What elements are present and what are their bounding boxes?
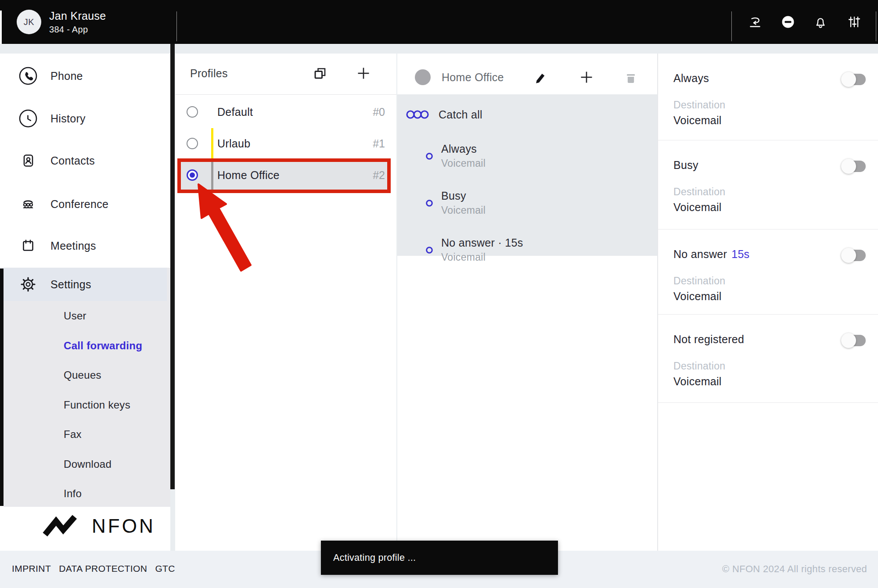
catch-all-row[interactable]: Catch all xyxy=(406,108,482,122)
divider xyxy=(175,94,396,95)
profile-radio[interactable] xyxy=(187,106,198,118)
notifications-button[interactable] xyxy=(812,13,829,31)
rule-title: Always xyxy=(441,142,477,155)
phone-icon xyxy=(18,66,38,86)
sidebar-subitem-call-forwarding[interactable]: Call forwarding xyxy=(64,339,142,352)
do-not-disturb-icon xyxy=(779,13,797,31)
settings-section xyxy=(4,268,170,507)
profile-radio-selected[interactable] xyxy=(187,169,198,181)
add-icon xyxy=(356,65,371,81)
user-name: Jan Krause xyxy=(49,10,106,22)
section-timeout[interactable]: 15s xyxy=(731,248,749,260)
do-not-disturb-button[interactable] xyxy=(779,13,797,31)
sidebar-item-label: Conference xyxy=(50,198,108,211)
not-registered-toggle[interactable] xyxy=(841,333,866,348)
profile-name: Home Office xyxy=(217,169,280,182)
profile-row-default[interactable]: Default #0 xyxy=(175,96,396,128)
profile-number: #1 xyxy=(373,137,385,150)
delete-profile-button[interactable] xyxy=(623,70,638,85)
notifications-icon xyxy=(812,13,829,31)
app-bar: JK Jan Krause 384 - App xyxy=(0,0,878,44)
sidebar-item-history[interactable]: History xyxy=(0,109,170,128)
edit-icon xyxy=(532,69,548,85)
profile-color-bar-gray xyxy=(211,161,213,190)
sidebar-scrollbar[interactable] xyxy=(170,44,175,489)
section-title: Busy xyxy=(673,159,703,172)
rule-title: No answer · 15s xyxy=(441,236,523,249)
topbar-divider xyxy=(731,11,732,41)
profile-row-home-office[interactable]: Home Office #2 xyxy=(175,159,396,191)
profile-status-circle xyxy=(415,69,431,85)
toast: Activating profile ... xyxy=(321,541,558,575)
always-toggle[interactable] xyxy=(841,72,866,87)
sidebar-subitem-queues[interactable]: Queues xyxy=(64,369,101,382)
busy-toggle[interactable] xyxy=(841,159,866,174)
section-title: Always xyxy=(673,72,713,85)
filter-settings-button[interactable] xyxy=(846,13,863,31)
sidebar-subitem-function-keys[interactable]: Function keys xyxy=(64,398,130,412)
rule-dot-icon xyxy=(425,152,433,160)
sidebar-subitem-fax[interactable]: Fax xyxy=(64,428,82,441)
destination-value[interactable]: Voicemail xyxy=(673,290,722,303)
destination-label: Destination xyxy=(673,186,725,198)
destination-value[interactable]: Voicemail xyxy=(673,375,722,388)
toggle-knob xyxy=(841,72,856,87)
page-background-strip xyxy=(0,44,878,54)
topbar-divider xyxy=(176,11,177,41)
profiles-panel: Profiles Default #0 Urlaub #1 Home Offic… xyxy=(175,54,396,551)
rule-destination: Voicemail xyxy=(441,204,486,216)
nfon-logo-mark xyxy=(42,514,86,538)
profile-name: Urlaub xyxy=(217,137,250,150)
toggle-knob xyxy=(841,333,856,348)
rule-destination: Voicemail xyxy=(441,251,486,263)
rule-dot-icon xyxy=(425,199,433,207)
section-title: Not registered xyxy=(673,333,748,346)
forwarding-section-busy: Busy Destination Voicemail xyxy=(658,140,878,229)
add-profile-button[interactable] xyxy=(356,65,371,81)
rule-dot-icon xyxy=(425,246,433,254)
sidebar-item-label: Contacts xyxy=(50,154,95,167)
sidebar-subitem-info[interactable]: Info xyxy=(64,487,82,500)
sidebar-item-phone[interactable]: Phone xyxy=(0,66,170,86)
filter-settings-icon xyxy=(846,13,863,31)
no-answer-toggle[interactable] xyxy=(841,248,866,263)
profile-name: Default xyxy=(217,106,253,118)
sidebar-item-conference[interactable]: Conference xyxy=(0,194,170,214)
duplicate-profile-button[interactable] xyxy=(312,65,328,81)
avatar[interactable]: JK xyxy=(17,10,41,34)
sidebar-item-settings[interactable]: Settings xyxy=(0,268,167,301)
sidebar-item-label: Meetings xyxy=(50,240,96,252)
destination-label: Destination xyxy=(673,275,725,287)
history-icon xyxy=(18,109,38,128)
section-title: No answer15s xyxy=(673,248,749,261)
sidebar-subitem-user[interactable]: User xyxy=(64,309,86,323)
forwarding-section-no-answer: No answer15s Destination Voicemail xyxy=(658,229,878,315)
toggle-knob xyxy=(841,248,856,263)
topbar-divider xyxy=(876,11,876,41)
footer-link-imprint[interactable]: IMPRINT xyxy=(12,563,51,574)
settings-scroll-indicator[interactable] xyxy=(0,269,4,506)
sidebar-item-contacts[interactable]: Contacts xyxy=(0,151,170,170)
sidebar-item-label: History xyxy=(50,112,86,125)
sidebar-item-meetings[interactable]: Meetings xyxy=(0,236,170,255)
forwarding-section-not-registered: Not registered Destination Voicemail xyxy=(658,315,878,403)
destination-value[interactable]: Voicemail xyxy=(673,201,722,214)
catch-all-label: Catch all xyxy=(439,108,482,121)
call-redirect-icon xyxy=(746,13,764,31)
destination-value[interactable]: Voicemail xyxy=(673,114,722,127)
edit-profile-button[interactable] xyxy=(532,69,548,85)
destination-label: Destination xyxy=(673,99,725,111)
sidebar-item-label: Settings xyxy=(50,278,91,291)
footer-link-gtc[interactable]: GTC xyxy=(155,563,175,574)
add-rule-button[interactable] xyxy=(579,69,594,85)
footer-link-data-protection[interactable]: DATA PROTECTION xyxy=(59,563,147,574)
profile-detail-title: Home Office xyxy=(442,71,504,84)
sidebar-subitem-download[interactable]: Download xyxy=(64,458,112,471)
call-redirect-button[interactable] xyxy=(746,13,764,31)
profile-radio[interactable] xyxy=(187,138,198,149)
footer-links: IMPRINT DATA PROTECTION GTC xyxy=(12,563,175,574)
profile-row-urlaub[interactable]: Urlaub #1 xyxy=(175,128,396,159)
profile-number: #0 xyxy=(373,106,385,118)
window-edge-highlight xyxy=(0,11,2,44)
catch-all-icon xyxy=(406,108,429,122)
